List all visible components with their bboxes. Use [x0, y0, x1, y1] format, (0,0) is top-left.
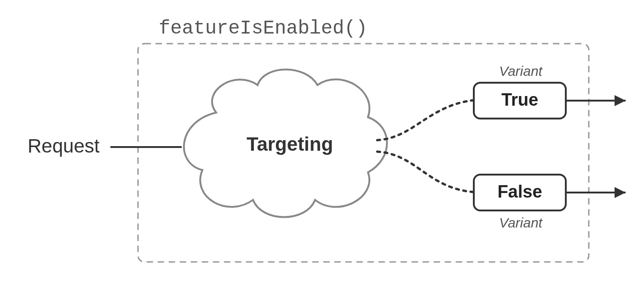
true-variant-caption: Variant — [499, 63, 542, 79]
false-variant-caption: Variant — [499, 215, 542, 231]
svg-marker-1 — [615, 95, 626, 106]
svg-marker-3 — [615, 187, 626, 198]
true-output-arrow — [566, 95, 626, 106]
feature-title: featureIsEnabled() — [159, 17, 368, 40]
diagram-stage: featureIsEnabled() Request Targeting Var… — [0, 0, 644, 295]
false-output-arrow — [566, 187, 626, 198]
request-label: Request — [28, 135, 99, 157]
true-variant-value: True — [474, 90, 566, 110]
false-variant-value: False — [474, 182, 566, 202]
targeting-label: Targeting — [221, 133, 359, 155]
edge-to-true — [377, 100, 474, 140]
edge-to-false — [377, 152, 474, 192]
